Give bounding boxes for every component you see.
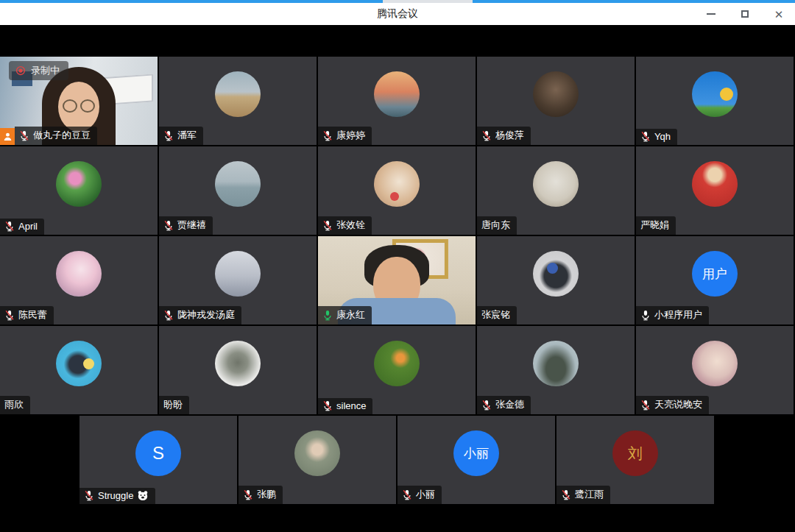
participant-name-label: 小丽 bbox=[398, 486, 442, 504]
mic-muted-icon bbox=[163, 220, 174, 231]
participant-name-label: April bbox=[0, 219, 44, 235]
mic-muted-icon bbox=[84, 490, 94, 501]
participant-name: 陈民蕾 bbox=[18, 308, 47, 322]
participant-tile[interactable]: 张效铨 bbox=[318, 146, 476, 235]
participant-name-label: 天亮说晚安 bbox=[636, 396, 709, 414]
participant-name-label: 唐向东 bbox=[477, 216, 517, 235]
participant-grid-bottom-row: SStruggle张鹏小丽小丽刘鹭江雨 bbox=[80, 416, 714, 504]
participant-tile[interactable]: 康婷婷 bbox=[318, 57, 476, 145]
participant-tile[interactable]: 陇神戎发汤庭 bbox=[159, 236, 317, 324]
participant-tile[interactable]: 潘军 bbox=[159, 57, 317, 145]
participant-name: 鹭江雨 bbox=[575, 488, 604, 501]
photo-avatar bbox=[215, 341, 261, 386]
participant-name-label: 贾继禧 bbox=[159, 216, 213, 235]
title-bar: 腾讯会议 ✕ bbox=[0, 3, 795, 25]
participant-name: 做丸子的豆豆 bbox=[33, 129, 91, 142]
participant-name-label: 小程序用户 bbox=[636, 306, 709, 324]
mic-muted-icon bbox=[561, 489, 571, 500]
participant-name-label: Yqh bbox=[636, 129, 677, 145]
participant-name: 张效铨 bbox=[336, 219, 365, 232]
recording-badge: 录制中 bbox=[9, 61, 68, 80]
participant-tile[interactable]: 康永红 bbox=[318, 236, 476, 324]
participant-name: 张鹏 bbox=[257, 488, 276, 501]
participant-name-label: Struggle bbox=[80, 488, 155, 504]
mic-muted-icon bbox=[163, 310, 174, 321]
mic-speaking-icon bbox=[322, 310, 333, 321]
photo-avatar bbox=[533, 341, 579, 386]
participant-name-label: 康永红 bbox=[318, 306, 372, 324]
mic-on-icon bbox=[640, 310, 651, 321]
avatar-text: 小丽 bbox=[464, 445, 489, 462]
participant-tile[interactable]: 张宸铭 bbox=[477, 236, 635, 324]
window-controls: ✕ bbox=[705, 3, 785, 25]
mic-muted-icon bbox=[19, 130, 29, 141]
participant-name: 唐向东 bbox=[481, 219, 510, 232]
participant-tile[interactable]: 严晓娟 bbox=[636, 146, 794, 235]
participant-tile[interactable]: SStruggle bbox=[80, 416, 237, 504]
glasses bbox=[63, 99, 95, 113]
participant-name-label: 陈民蕾 bbox=[0, 306, 54, 324]
initial-avatar: 刘 bbox=[612, 430, 658, 476]
maximize-button[interactable] bbox=[739, 8, 751, 20]
participant-tile[interactable]: 盼盼 bbox=[159, 326, 317, 414]
photo-avatar bbox=[374, 71, 420, 117]
mic-muted-icon bbox=[163, 130, 174, 141]
participant-tile[interactable]: 天亮说晚安 bbox=[636, 326, 794, 414]
participant-tile[interactable]: 杨俊萍 bbox=[477, 57, 635, 145]
participant-name: 潘军 bbox=[177, 129, 197, 142]
mic-muted-icon bbox=[4, 221, 15, 232]
participant-tile[interactable]: 唐向东 bbox=[477, 146, 635, 235]
participant-name: 杨俊萍 bbox=[495, 129, 524, 142]
photo-avatar bbox=[692, 71, 738, 117]
participant-tile[interactable]: April bbox=[0, 146, 158, 235]
avatar-detail-dot bbox=[390, 192, 399, 201]
photo-avatar bbox=[56, 341, 102, 386]
participant-name: silence bbox=[336, 400, 366, 411]
participant-name: 张金德 bbox=[495, 398, 524, 411]
participant-name-label: 做丸子的豆豆 bbox=[15, 127, 97, 145]
participant-tile[interactable]: 用户小程序用户 bbox=[636, 236, 794, 324]
record-icon bbox=[15, 65, 26, 76]
participant-name: 小程序用户 bbox=[654, 308, 702, 322]
participant-tile[interactable]: 贾继禧 bbox=[159, 146, 317, 235]
participant-name-label: 鹭江雨 bbox=[556, 486, 610, 504]
mic-muted-icon bbox=[481, 130, 492, 141]
participant-name-label: 张金德 bbox=[477, 396, 531, 414]
participant-tile[interactable]: 小丽小丽 bbox=[398, 416, 555, 504]
photo-avatar bbox=[692, 341, 738, 386]
recording-label: 录制中 bbox=[31, 64, 60, 77]
participant-name-label: 张鹏 bbox=[239, 486, 283, 504]
participant-name: 天亮说晚安 bbox=[654, 398, 702, 411]
participant-name-label: 潘军 bbox=[159, 127, 203, 145]
avatar-detail-dot bbox=[720, 88, 733, 101]
participant-tile[interactable]: 陈民蕾 bbox=[0, 236, 158, 324]
participant-name-label: silence bbox=[318, 398, 372, 414]
photo-avatar bbox=[692, 161, 738, 207]
participant-tile[interactable]: 录制中做丸子的豆豆 bbox=[0, 57, 158, 145]
host-badge bbox=[0, 128, 15, 145]
bear-face-icon bbox=[137, 490, 149, 501]
participant-name-label: 杨俊萍 bbox=[477, 127, 531, 145]
avatar-text: 用户 bbox=[702, 266, 727, 283]
avatar-detail-dot bbox=[547, 263, 558, 274]
photo-avatar bbox=[215, 161, 261, 207]
photo-avatar bbox=[294, 430, 340, 476]
participant-tile[interactable]: 张鹏 bbox=[239, 416, 396, 504]
avatar-text: 刘 bbox=[628, 444, 643, 464]
participant-tile[interactable]: Yqh bbox=[636, 57, 794, 145]
photo-avatar bbox=[374, 161, 420, 207]
close-button[interactable]: ✕ bbox=[773, 8, 785, 20]
mic-muted-icon bbox=[4, 310, 15, 321]
mic-muted-icon bbox=[322, 400, 333, 411]
mic-muted-icon bbox=[640, 131, 651, 142]
minimize-button[interactable] bbox=[705, 8, 717, 20]
photo-avatar bbox=[215, 251, 261, 297]
photo-avatar bbox=[56, 161, 102, 207]
participant-name-label: 陇神戎发汤庭 bbox=[159, 306, 241, 324]
participant-tile[interactable]: 刘鹭江雨 bbox=[556, 416, 714, 504]
participant-tile[interactable]: 雨欣 bbox=[0, 326, 158, 414]
participant-tile[interactable]: silence bbox=[318, 326, 476, 414]
participant-name: 盼盼 bbox=[163, 398, 183, 411]
participant-tile[interactable]: 张金德 bbox=[477, 326, 635, 414]
participant-name: 小丽 bbox=[416, 488, 435, 501]
